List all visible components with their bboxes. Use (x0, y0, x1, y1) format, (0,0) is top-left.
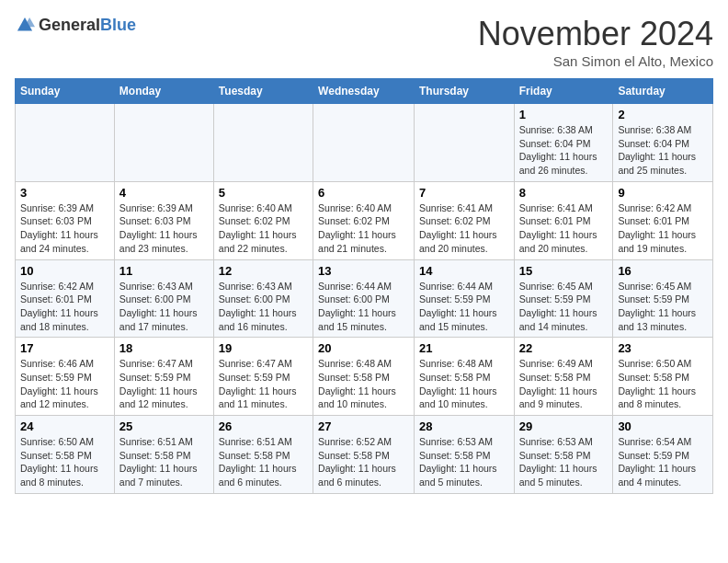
day-info: Sunrise: 6:49 AM Sunset: 5:58 PM Dayligh… (519, 357, 609, 411)
table-row (313, 104, 415, 182)
day-info: Sunrise: 6:45 AM Sunset: 5:59 PM Dayligh… (618, 280, 708, 334)
day-info: Sunrise: 6:44 AM Sunset: 6:00 PM Dayligh… (318, 280, 409, 334)
day-info: Sunrise: 6:45 AM Sunset: 5:59 PM Dayligh… (519, 280, 609, 334)
day-number: 14 (419, 264, 509, 278)
day-number: 5 (219, 186, 308, 200)
table-row: 15Sunrise: 6:45 AM Sunset: 5:59 PM Dayli… (514, 259, 613, 338)
table-row: 27Sunrise: 6:52 AM Sunset: 5:58 PM Dayli… (313, 416, 415, 494)
day-number: 25 (119, 419, 209, 433)
table-row: 30Sunrise: 6:54 AM Sunset: 5:59 PM Dayli… (613, 416, 713, 494)
col-wednesday: Wednesday (313, 79, 415, 104)
day-number: 3 (20, 186, 109, 200)
day-info: Sunrise: 6:52 AM Sunset: 5:58 PM Dayligh… (318, 435, 409, 489)
day-number: 2 (618, 108, 708, 121)
table-row: 24Sunrise: 6:50 AM Sunset: 5:58 PM Dayli… (16, 416, 115, 494)
calendar-week-row: 24Sunrise: 6:50 AM Sunset: 5:58 PM Dayli… (16, 416, 713, 494)
day-info: Sunrise: 6:51 AM Sunset: 5:58 PM Dayligh… (219, 435, 308, 489)
table-row (16, 104, 115, 182)
day-number: 19 (219, 341, 308, 355)
table-row (213, 104, 313, 182)
calendar-header-row: Sunday Monday Tuesday Wednesday Thursday… (16, 79, 713, 104)
day-info: Sunrise: 6:38 AM Sunset: 6:04 PM Dayligh… (618, 123, 708, 178)
day-info: Sunrise: 6:41 AM Sunset: 6:02 PM Dayligh… (419, 201, 509, 256)
day-info: Sunrise: 6:42 AM Sunset: 6:01 PM Dayligh… (618, 201, 708, 256)
table-row: 13Sunrise: 6:44 AM Sunset: 6:00 PM Dayli… (313, 259, 415, 338)
table-row: 12Sunrise: 6:43 AM Sunset: 6:00 PM Dayli… (213, 259, 313, 338)
col-tuesday: Tuesday (213, 79, 313, 104)
day-number: 16 (618, 264, 708, 278)
col-friday: Friday (514, 79, 613, 104)
day-info: Sunrise: 6:44 AM Sunset: 5:59 PM Dayligh… (419, 280, 509, 334)
table-row: 23Sunrise: 6:50 AM Sunset: 5:58 PM Dayli… (613, 338, 713, 416)
day-number: 1 (519, 108, 609, 121)
table-row (114, 104, 213, 182)
table-row: 28Sunrise: 6:53 AM Sunset: 5:58 PM Dayli… (414, 416, 514, 494)
day-info: Sunrise: 6:48 AM Sunset: 5:58 PM Dayligh… (419, 357, 509, 411)
col-thursday: Thursday (414, 79, 514, 104)
day-number: 20 (318, 341, 409, 355)
day-info: Sunrise: 6:38 AM Sunset: 6:04 PM Dayligh… (519, 123, 609, 178)
day-info: Sunrise: 6:53 AM Sunset: 5:58 PM Dayligh… (419, 435, 509, 489)
table-row: 1Sunrise: 6:38 AM Sunset: 6:04 PM Daylig… (514, 104, 613, 182)
day-number: 27 (318, 419, 409, 433)
table-row: 29Sunrise: 6:53 AM Sunset: 5:58 PM Dayli… (514, 416, 613, 494)
day-number: 13 (318, 264, 409, 278)
table-row: 21Sunrise: 6:48 AM Sunset: 5:58 PM Dayli… (414, 338, 514, 416)
day-number: 23 (618, 341, 708, 355)
day-number: 12 (219, 264, 308, 278)
table-row: 5Sunrise: 6:40 AM Sunset: 6:02 PM Daylig… (213, 181, 313, 259)
col-monday: Monday (114, 79, 213, 104)
day-number: 7 (419, 186, 509, 200)
table-row: 20Sunrise: 6:48 AM Sunset: 5:58 PM Dayli… (313, 338, 415, 416)
table-row: 16Sunrise: 6:45 AM Sunset: 5:59 PM Dayli… (613, 259, 713, 338)
day-info: Sunrise: 6:39 AM Sunset: 6:03 PM Dayligh… (20, 201, 109, 256)
table-row: 4Sunrise: 6:39 AM Sunset: 6:03 PM Daylig… (114, 181, 213, 259)
day-info: Sunrise: 6:40 AM Sunset: 6:02 PM Dayligh… (318, 201, 409, 256)
day-number: 18 (119, 341, 209, 355)
day-info: Sunrise: 6:50 AM Sunset: 5:58 PM Dayligh… (20, 435, 109, 489)
day-number: 10 (20, 264, 109, 278)
day-info: Sunrise: 6:41 AM Sunset: 6:01 PM Dayligh… (519, 201, 609, 256)
day-number: 29 (519, 419, 609, 433)
calendar-week-row: 10Sunrise: 6:42 AM Sunset: 6:01 PM Dayli… (16, 259, 713, 338)
table-row: 14Sunrise: 6:44 AM Sunset: 5:59 PM Dayli… (414, 259, 514, 338)
calendar-week-row: 1Sunrise: 6:38 AM Sunset: 6:04 PM Daylig… (16, 104, 713, 182)
month-title: November 2024 (478, 15, 713, 53)
table-row: 7Sunrise: 6:41 AM Sunset: 6:02 PM Daylig… (414, 181, 514, 259)
title-block: November 2024 San Simon el Alto, Mexico (478, 15, 713, 69)
day-info: Sunrise: 6:43 AM Sunset: 6:00 PM Dayligh… (119, 280, 209, 334)
logo: GeneralBlue (15, 15, 136, 35)
table-row: 2Sunrise: 6:38 AM Sunset: 6:04 PM Daylig… (613, 104, 713, 182)
logo-icon (15, 15, 35, 35)
table-row (414, 104, 514, 182)
table-row: 8Sunrise: 6:41 AM Sunset: 6:01 PM Daylig… (514, 181, 613, 259)
day-number: 15 (519, 264, 609, 278)
calendar-table: Sunday Monday Tuesday Wednesday Thursday… (15, 78, 713, 494)
day-number: 11 (119, 264, 209, 278)
day-number: 22 (519, 341, 609, 355)
day-info: Sunrise: 6:40 AM Sunset: 6:02 PM Dayligh… (219, 201, 308, 256)
table-row: 10Sunrise: 6:42 AM Sunset: 6:01 PM Dayli… (16, 259, 115, 338)
day-number: 24 (20, 419, 109, 433)
table-row: 25Sunrise: 6:51 AM Sunset: 5:58 PM Dayli… (114, 416, 213, 494)
day-number: 30 (618, 419, 708, 433)
day-info: Sunrise: 6:39 AM Sunset: 6:03 PM Dayligh… (119, 201, 209, 256)
table-row: 3Sunrise: 6:39 AM Sunset: 6:03 PM Daylig… (16, 181, 115, 259)
day-info: Sunrise: 6:43 AM Sunset: 6:00 PM Dayligh… (219, 280, 308, 334)
day-number: 4 (119, 186, 209, 200)
day-info: Sunrise: 6:48 AM Sunset: 5:58 PM Dayligh… (318, 357, 409, 411)
day-info: Sunrise: 6:51 AM Sunset: 5:58 PM Dayligh… (119, 435, 209, 489)
table-row: 6Sunrise: 6:40 AM Sunset: 6:02 PM Daylig… (313, 181, 415, 259)
table-row: 18Sunrise: 6:47 AM Sunset: 5:59 PM Dayli… (114, 338, 213, 416)
day-number: 26 (219, 419, 308, 433)
table-row: 26Sunrise: 6:51 AM Sunset: 5:58 PM Dayli… (213, 416, 313, 494)
page-header: GeneralBlue November 2024 San Simon el A… (15, 15, 713, 69)
day-info: Sunrise: 6:42 AM Sunset: 6:01 PM Dayligh… (20, 280, 109, 334)
calendar-week-row: 3Sunrise: 6:39 AM Sunset: 6:03 PM Daylig… (16, 181, 713, 259)
table-row: 9Sunrise: 6:42 AM Sunset: 6:01 PM Daylig… (613, 181, 713, 259)
logo-general: GeneralBlue (39, 16, 136, 35)
table-row: 17Sunrise: 6:46 AM Sunset: 5:59 PM Dayli… (16, 338, 115, 416)
table-row: 19Sunrise: 6:47 AM Sunset: 5:59 PM Dayli… (213, 338, 313, 416)
day-info: Sunrise: 6:50 AM Sunset: 5:58 PM Dayligh… (618, 357, 708, 411)
day-number: 9 (618, 186, 708, 200)
